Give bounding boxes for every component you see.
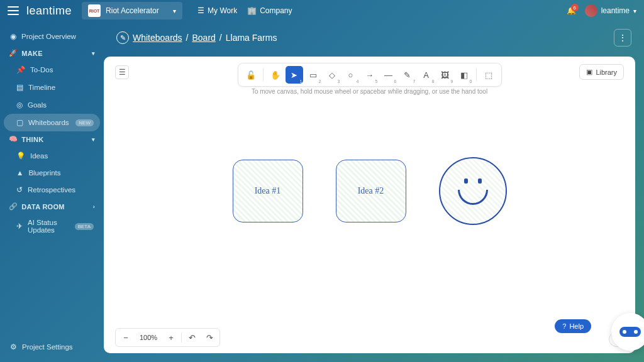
sidebar-item-label: Retrospectives	[28, 186, 75, 194]
nav-company[interactable]: 🏢 Company	[247, 6, 292, 15]
shape-label: Idea #1	[255, 186, 281, 196]
notifications-button[interactable]: 🔔 6	[567, 6, 576, 15]
cursor-icon: ➤	[291, 70, 297, 80]
nav-my-work-label: My Work	[208, 6, 237, 15]
sidebar-section-make[interactable]: 🚀 MAKE ▾	[4, 45, 100, 61]
tool-diamond[interactable]: ◇3	[323, 66, 341, 84]
clock-icon: ↺	[16, 185, 23, 194]
canvas-shape-idea2[interactable]: Idea #2	[336, 160, 406, 222]
sidebar-item-blueprints[interactable]: ▲ Blueprints	[4, 165, 100, 181]
eraser-icon: ◧	[460, 70, 468, 80]
plus-icon: +	[169, 333, 174, 343]
toolbar-divider	[263, 69, 264, 81]
sidebar-item-overview[interactable]: ◉ Project Overview	[4, 28, 100, 45]
sidebar-item-retrospectives[interactable]: ↺ Retrospectives	[4, 181, 100, 199]
sidebar-item-ideas[interactable]: 💡 Ideas	[4, 147, 100, 165]
chevron-down-icon: ▾	[92, 136, 95, 143]
canvas-menu-button[interactable]: ☰	[115, 65, 129, 79]
sidebar-item-label: Project Settings	[22, 343, 73, 351]
smiley-eye-icon	[478, 178, 482, 184]
beta-badge: BETA	[75, 223, 94, 230]
breadcrumb-sep: /	[186, 33, 189, 43]
building-icon: 🏢	[247, 6, 257, 15]
target-icon: ◎	[16, 101, 23, 109]
sidebar-item-timeline[interactable]: ▤ Timeline	[4, 79, 100, 96]
tool-key: 6	[394, 79, 397, 84]
brand-logo: leantime	[26, 4, 72, 18]
tool-ellipse[interactable]: ○4	[342, 66, 360, 84]
gauge-icon: ◉	[10, 32, 16, 41]
zoom-out-button[interactable]: −	[118, 331, 133, 344]
tool-rectangle[interactable]: ▭2	[304, 66, 322, 84]
tool-text[interactable]: A8	[418, 66, 435, 84]
tool-frame[interactable]: ⬚	[480, 66, 497, 84]
sidebar-item-label: Whiteboards	[28, 119, 69, 126]
timeline-icon: ▤	[16, 83, 23, 92]
sidebar-item-label: Ideas	[30, 152, 48, 160]
board-options-button[interactable]: ⋮	[614, 29, 631, 47]
tool-select[interactable]: ➤1	[286, 66, 303, 84]
sidebar-item-label: To-Dos	[30, 66, 53, 74]
tool-key: 4	[357, 79, 359, 84]
tool-key: 8	[432, 79, 435, 84]
sidebar-section-think[interactable]: 🧠 THINK ▾	[4, 131, 100, 147]
project-logo: RIOT	[88, 4, 101, 17]
shape-label: Idea #2	[358, 186, 384, 196]
tool-hand[interactable]: ✋	[267, 66, 284, 84]
zoom-in-button[interactable]: +	[164, 331, 179, 344]
breadcrumb-mid[interactable]: Board	[192, 33, 215, 43]
canvas-hint: To move canvas, hold mouse wheel or spac…	[252, 88, 487, 95]
nav-company-label: Company	[260, 6, 292, 15]
sidebar-section-dataroom[interactable]: 🔗 DATA ROOM ›	[4, 199, 100, 214]
briefcase-icon: ☰	[197, 6, 204, 15]
whiteboard-icon: ✎	[116, 31, 129, 44]
send-icon: ✈	[16, 222, 23, 231]
chevron-right-icon: ›	[93, 204, 95, 210]
user-menu[interactable]: leantime ▾	[585, 4, 636, 17]
redo-button[interactable]: ↷	[202, 331, 217, 344]
image-icon: 🖼	[441, 70, 449, 80]
zoom-value[interactable]: 100%	[136, 334, 161, 341]
sidebar-item-todos[interactable]: 📌 To-Dos	[4, 61, 100, 79]
chatbot-launcher[interactable]	[611, 313, 644, 351]
project-selector[interactable]: RIOT Riot Accelerator ▾	[82, 2, 182, 19]
frame-icon: ⬚	[485, 70, 492, 80]
help-button[interactable]: ? Help	[555, 319, 591, 333]
undo-icon: ↶	[189, 333, 196, 343]
menu-toggle-icon[interactable]	[8, 6, 19, 15]
sidebar-item-settings[interactable]: ⚙ Project Settings	[4, 338, 100, 356]
sidebar-item-goals[interactable]: ◎ Goals	[4, 96, 100, 114]
tool-lock[interactable]: 🔓	[242, 66, 260, 84]
board-icon: ▢	[16, 118, 23, 127]
blueprint-icon: ▲	[16, 169, 23, 177]
tool-eraser[interactable]: ◧0	[455, 66, 473, 84]
sidebar: ◉ Project Overview 🚀 MAKE ▾ 📌 To-Dos ▤ T…	[0, 21, 104, 362]
toolbar-divider	[181, 332, 182, 343]
undo-button[interactable]: ↶	[184, 331, 199, 344]
canvas-shape-idea1[interactable]: Idea #1	[233, 160, 303, 222]
notifications-badge: 6	[571, 4, 579, 11]
avatar	[585, 4, 597, 17]
tool-arrow[interactable]: →5	[361, 66, 379, 84]
arrow-icon: →	[365, 70, 374, 80]
bot-face-icon	[619, 327, 641, 337]
sidebar-item-whiteboards[interactable]: ▢ Whiteboards NEW	[4, 114, 100, 131]
breadcrumb-root[interactable]: Whiteboards	[133, 33, 182, 43]
drawing-toolbar: 🔓 ✋ ➤1 ▭2 ◇3 ○4 →5 —6 ✎7 A8 🖼9 ◧0 ⬚	[238, 63, 502, 87]
tool-key: 9	[451, 79, 453, 84]
nav-my-work[interactable]: ☰ My Work	[197, 6, 237, 15]
whiteboard-canvas[interactable]: ☰ 🔓 ✋ ➤1 ▭2 ◇3 ○4 →5 —6 ✎7 A8 🖼9 ◧0 ⬚	[104, 57, 635, 353]
minus-icon: −	[123, 333, 128, 343]
library-button[interactable]: ▣ Library	[579, 64, 624, 80]
smiley-eye-icon	[464, 178, 468, 184]
tool-image[interactable]: 🖼9	[436, 66, 454, 84]
sidebar-item-ai-status[interactable]: ✈ AI Status Updates BETA	[4, 214, 100, 238]
dots-vertical-icon: ⋮	[618, 33, 627, 43]
user-label: leantime	[601, 6, 630, 15]
tool-key: 3	[338, 79, 340, 84]
sidebar-item-label: Blueprints	[28, 169, 60, 177]
tool-draw[interactable]: ✎7	[399, 66, 416, 84]
tool-line[interactable]: —6	[380, 66, 397, 84]
zoom-controls: − 100% + ↶ ↷	[115, 328, 220, 347]
canvas-shape-smiley[interactable]	[439, 157, 507, 225]
